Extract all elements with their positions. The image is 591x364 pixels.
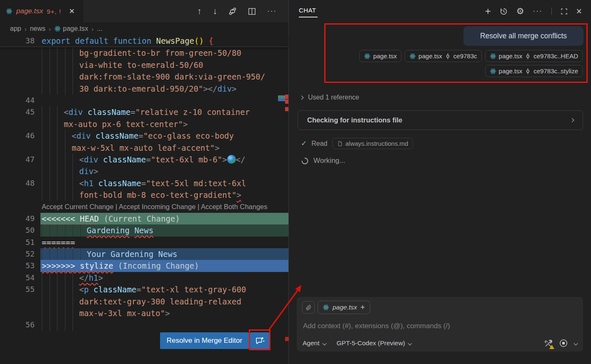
chat-tab-underline [299, 17, 318, 17]
chip-git-ref: ce9783c [453, 52, 477, 60]
context-chip[interactable]: page.tsxce9783c..stylize [485, 65, 583, 77]
new-chat-icon[interactable]: + [485, 5, 491, 17]
code-line-51: 51======= [0, 237, 288, 248]
user-request-bubble: Resolve all merge conflicts [463, 26, 583, 46]
read-file-chip[interactable]: always.instructions.md [332, 138, 413, 149]
indent-guide [42, 319, 42, 331]
used-references-toggle[interactable]: Used 1 reference [300, 94, 359, 101]
attached-file-name: page.tsx [333, 304, 357, 311]
code-line-wrap: max-w-5xl mx-auto leaf-accent"> [0, 142, 288, 154]
attached-context-chip[interactable]: page.tsx + [318, 301, 370, 314]
context-chip[interactable]: page.tsxce9783c [405, 50, 481, 62]
line-number: 50 [0, 224, 40, 236]
code-line-38: 38export default function NewsPage() { [0, 35, 288, 47]
attach-paperclip-button[interactable] [302, 301, 315, 314]
more-actions-icon[interactable]: ··· [267, 7, 277, 15]
code-line-wrap: 30 dark:to-emerald-950/20"></div> [0, 83, 288, 95]
code-line-wrap: bg-gradient-to-br from-green-50/80 [0, 47, 288, 59]
react-icon [490, 68, 496, 75]
code-line-54: 54</h1> [0, 272, 288, 284]
code-line-wrap: div> [0, 165, 288, 177]
warning-triangle-icon [549, 345, 554, 349]
previous-change-icon[interactable]: ↑ [197, 6, 202, 16]
line-number: 46 [0, 130, 40, 142]
code-line-wrap: mx-auto px-6 text-center"> [0, 118, 288, 130]
copilot-chat-sparkle-icon[interactable] [250, 332, 269, 349]
close-panel-icon[interactable]: × [576, 6, 582, 17]
line-number [0, 307, 40, 319]
globe-emoji [227, 155, 236, 164]
open-changes-icon[interactable] [228, 7, 237, 15]
chip-git-ref: ce9783c..HEAD [533, 52, 578, 60]
line-number: 47 [0, 154, 40, 165]
add-context-plus-icon[interactable]: + [361, 303, 365, 312]
resolve-in-merge-editor-button[interactable]: Resolve in Merge Editor [160, 332, 249, 349]
chat-panel: CHAT + ⚙ ··· × Resolve [288, 0, 591, 364]
chip-file-name: page.tsx [499, 52, 523, 60]
codelens-action[interactable]: Accept Current Change [42, 203, 113, 210]
code-line-50: 50Gardening News [0, 224, 288, 236]
line-number: 53 [0, 260, 40, 272]
line-number: 48 [0, 177, 40, 189]
breadcrumb-item[interactable]: app [10, 25, 21, 32]
editor-pane: page.tsx 9+, ! × ↑ ↓ [0, 0, 288, 364]
read-file-name: always.instructions.md [346, 140, 408, 147]
sticky-scroll: 38export default function NewsPage() { [0, 35, 288, 47]
stop-button[interactable] [559, 339, 568, 347]
line-number [0, 47, 40, 59]
chat-input-container[interactable]: page.tsx + Add context (#), extensions (… [297, 297, 583, 352]
line-number: 45 [0, 106, 40, 118]
mode-label: Agent [303, 339, 320, 347]
context-chip-row: page.tsxpage.tsxce9783cpage.tsxce9783c..… [359, 50, 583, 62]
file-icon [337, 141, 343, 147]
codelens-action[interactable]: Accept Both Changes [201, 203, 268, 210]
git-commit-icon [525, 68, 531, 75]
model-selector[interactable]: GPT-5-Codex (Preview) [337, 339, 412, 347]
breadcrumb-separator: › [92, 25, 94, 32]
context-chip[interactable]: page.tsxce9783c..HEAD [485, 50, 583, 62]
codelens-separator: | [113, 203, 119, 210]
chevron-down-icon [408, 341, 412, 345]
context-chip[interactable]: page.tsx [359, 50, 401, 62]
breadcrumb-item[interactable]: news [30, 25, 45, 32]
ruler-merge-current-mark [278, 95, 285, 98]
history-icon[interactable] [500, 7, 508, 15]
chip-file-name: page.tsx [418, 52, 442, 60]
code-line-49: 49<<<<<<< HEAD (Current Change) [0, 213, 288, 224]
chat-tab-title[interactable]: CHAT [299, 7, 316, 14]
code-line-56: 56 [0, 319, 288, 331]
screen-expand-icon[interactable] [561, 8, 568, 15]
code-line-wrap: max-w-3xl mx-auto"> [0, 307, 288, 319]
close-tab-icon[interactable]: × [69, 7, 75, 15]
line-number: 49 [0, 213, 40, 224]
next-change-icon[interactable]: ↓ [213, 6, 218, 16]
mode-selector[interactable]: Agent [303, 339, 326, 347]
chevron-down-icon[interactable] [574, 341, 578, 345]
react-icon [323, 304, 329, 311]
breadcrumb[interactable]: app›news›page.tsx›... [0, 22, 288, 35]
tab-title: page.tsx [16, 7, 43, 15]
breadcrumb-separator: › [49, 25, 51, 32]
configure-tools-button[interactable] [544, 339, 553, 348]
code-line-44: 44 [0, 95, 288, 106]
settings-gear-icon[interactable]: ⚙ [516, 6, 524, 16]
instructions-step-panel[interactable]: Checking for instructions file [298, 110, 583, 130]
react-icon [364, 53, 371, 60]
codelens-row: Accept Current Change | Accept Incoming … [0, 201, 288, 212]
code-line-wrap: dark:from-slate-900 dark:via-green-950/ [0, 71, 288, 82]
breadcrumb-item[interactable]: page.tsx [54, 25, 88, 32]
ruler-merge-incoming-mark [278, 98, 285, 101]
chat-input-field[interactable]: Add context (#), extensions (@), command… [303, 322, 450, 330]
check-icon: ✓ [301, 139, 307, 148]
react-icon [6, 8, 13, 15]
split-editor-icon[interactable] [248, 7, 256, 15]
code-line-wrap: font-bold mb-8 eco-text-gradient"> [0, 189, 288, 201]
breadcrumb-item[interactable]: ... [97, 25, 103, 32]
codelens-action[interactable]: Accept Incoming Change [119, 203, 195, 210]
more-icon[interactable]: ··· [533, 7, 543, 15]
line-number: 51 [0, 237, 40, 248]
context-chip-row: page.tsxce9783c..stylize [485, 65, 583, 77]
tab-page-tsx[interactable]: page.tsx 9+, ! × [0, 0, 83, 22]
react-icon [490, 53, 496, 60]
code-line-46: 46<div className="eco-glass eco-body [0, 130, 288, 142]
